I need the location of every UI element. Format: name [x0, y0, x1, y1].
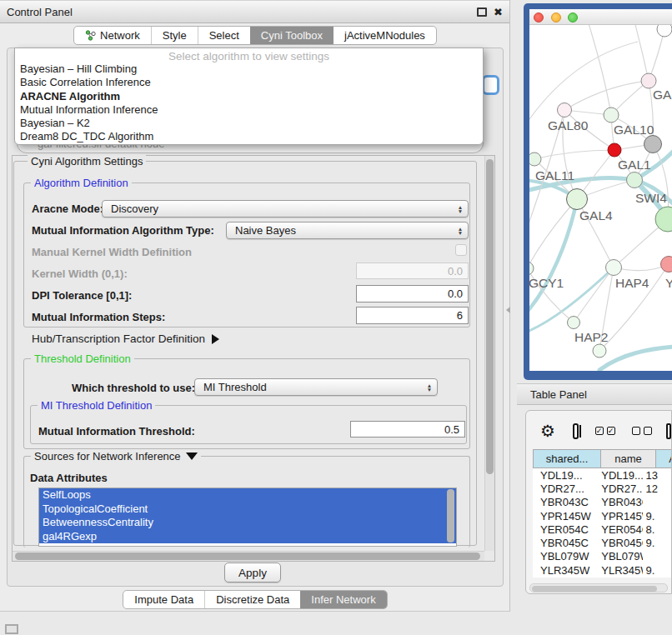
mi-steps-field[interactable]: 6	[356, 307, 469, 324]
which-threshold-combo[interactable]: MI Threshold ▲▼	[194, 378, 438, 396]
hub-definition-expander[interactable]: Hub/Transcription Factor Definition	[32, 332, 219, 345]
node-gal4[interactable]	[567, 189, 588, 210]
table-row[interactable]: YBL079WYBL079W	[533, 550, 672, 563]
table-row[interactable]: YBR045CYBR045C9.	[533, 536, 672, 549]
attributes-vscrollbar-thumb[interactable]	[447, 489, 454, 542]
tab-network[interactable]: Network	[74, 27, 151, 44]
node-label: HAP2	[574, 330, 609, 344]
resize-grip[interactable]	[5, 624, 18, 634]
kernel-width-label: Kernel Width (0,1):	[32, 268, 128, 280]
table-row[interactable]: YDR27...YDR27...12	[533, 482, 672, 495]
mi-algorithm-type-value: Naive Bayes	[227, 224, 453, 237]
new-table-icon[interactable]	[666, 423, 671, 439]
table-cell: YDR27...	[594, 482, 643, 495]
close-icon[interactable]: ✖	[494, 8, 503, 17]
column-header[interactable]: A	[656, 449, 672, 468]
node-gal10[interactable]	[604, 108, 619, 122]
table-row[interactable]: YPR145WYPR145W9.	[533, 509, 672, 522]
column-header[interactable]: shared...	[533, 449, 601, 468]
tab-discretize-data[interactable]: Discretize Data	[204, 591, 300, 608]
table-row[interactable]: YDL19...YDL19...13	[533, 468, 672, 482]
column-header[interactable]: name	[601, 449, 656, 468]
control-panel-tabstrip: NetworkStyleSelectCyni ToolboxjActiveMNo…	[73, 26, 437, 45]
node-hap2[interactable]	[568, 317, 580, 329]
table-hscrollbar-track[interactable]	[529, 583, 668, 592]
tab-label: Impute Data	[134, 593, 193, 606]
algorithm-option[interactable]: Bayesian – K2	[15, 117, 483, 130]
mi-algorithm-type-label: Mutual Information Algorithm Type:	[32, 224, 214, 237]
tab-cyni-toolbox[interactable]: Cyni Toolbox	[250, 27, 333, 44]
focused-spinner-remnant[interactable]	[482, 75, 499, 95]
algorithm-definition-title: Algorithm Definition	[31, 177, 132, 189]
attribute-item[interactable]: gal4RGexp	[39, 530, 456, 544]
algorithm-option[interactable]: Dream8 DC_TDC Algorithm	[15, 130, 483, 143]
table-row[interactable]: YLR345WYLR345W9.	[533, 563, 672, 577]
deselect-all-columns-icon[interactable]	[632, 427, 652, 435]
attribute-item[interactable]: BetweennessCentrality	[39, 516, 456, 530]
node-gal[interactable]	[641, 73, 656, 88]
settings-hscrollbar-thumb[interactable]	[15, 552, 480, 560]
table-row[interactable]: YER054CYER054C8.	[533, 522, 672, 536]
gear-icon[interactable]: ⚙	[540, 422, 555, 439]
algorithm-option[interactable]: Mutual Information Inference	[15, 103, 483, 117]
node-gal1[interactable]	[608, 143, 621, 157]
attribute-item[interactable]: SelfLoops	[39, 488, 456, 502]
mac-minimize-icon[interactable]	[551, 12, 561, 22]
split-columns-icon[interactable]	[573, 423, 579, 439]
table-cell: 13	[643, 469, 672, 482]
splitter-collapse-icon[interactable]	[506, 307, 510, 313]
tab-label: Cyni Toolbox	[261, 29, 323, 42]
settings-vscrollbar-thumb[interactable]	[486, 159, 494, 474]
mi-threshold-label: Mutual Information Threshold:	[38, 425, 195, 438]
table-panel: ⚙ ✓✓ shared...nameA YDL19...YDL19...13YD…	[525, 410, 672, 594]
network-canvas[interactable]: GALGAL80GAL10GAL1GAL11SWI4GAL4GCY1HAP4YH…	[529, 25, 672, 371]
attribute-item[interactable]: TopologicalCoefficient	[39, 502, 456, 517]
node-hap4[interactable]	[606, 260, 622, 276]
node-y[interactable]	[661, 257, 672, 272]
aracne-mode-combo[interactable]: Discovery ▲▼	[102, 200, 469, 218]
kernel-width-field[interactable]: 0.0	[356, 262, 469, 279]
algorithm-option[interactable]: Bayesian – Hill Climbing	[15, 62, 483, 76]
mac-zoom-icon[interactable]	[568, 12, 578, 22]
node-gcy1[interactable]	[529, 262, 534, 275]
table-cell: 9.	[643, 537, 672, 549]
control-panel-title: Control Panel	[7, 6, 73, 18]
table-row[interactable]: YBR043CYBR043C	[533, 496, 672, 509]
network-graph: GALGAL80GAL10GAL1GAL11SWI4GAL4GCY1HAP4YH…	[529, 25, 672, 371]
table-cell: YBR043C	[533, 496, 594, 508]
mi-algorithm-type-combo[interactable]: Naive Bayes ▲▼	[226, 222, 469, 239]
cyni-algorithm-settings-title: Cyni Algorithm Settings	[28, 155, 146, 168]
node-swi4[interactable]	[627, 172, 643, 188]
sources-group-title[interactable]: Sources for Network Inference	[31, 450, 201, 462]
table-row[interactable]: YIL052CYIL052C8	[533, 577, 672, 578]
mac-close-icon[interactable]	[534, 12, 544, 22]
dpi-tolerance-field[interactable]: 0.0	[356, 285, 469, 302]
mi-threshold-field[interactable]: 0.5	[350, 421, 465, 438]
tab-infer-network[interactable]: Infer Network	[300, 591, 386, 608]
node-gal80[interactable]	[558, 103, 572, 118]
tab-jactivemnodules[interactable]: jActiveMNodules	[333, 27, 436, 44]
data-attributes-list[interactable]: SelfLoopsTopologicalCoefficientBetweenne…	[38, 488, 457, 547]
network-icon	[85, 30, 96, 41]
float-window-icon[interactable]	[477, 8, 487, 17]
algorithm-option[interactable]: Basic Correlation Inference	[15, 76, 483, 89]
algorithm-combo-placeholder: Select algorithm to view settings	[15, 48, 483, 62]
table-body[interactable]: YDL19...YDL19...13YDR27...YDR27...12YBR0…	[533, 468, 672, 578]
cyni-bottom-tabstrip: Impute DataDiscretize DataInfer Network	[123, 590, 387, 609]
select-all-columns-icon[interactable]: ✓✓	[595, 427, 615, 435]
node-unlabeled[interactable]	[657, 25, 672, 37]
algorithm-option[interactable]: ARACNE Algorithm	[15, 90, 483, 103]
control-panel-window: Control Panel ✖ NetworkStyleSelectCyni T…	[0, 0, 510, 612]
mi-steps-label: Mutual Information Steps:	[32, 311, 165, 323]
node-unlabeled[interactable]	[644, 136, 662, 153]
tab-select[interactable]: Select	[198, 27, 250, 44]
tab-impute-data[interactable]: Impute Data	[123, 591, 204, 608]
manual-kernel-width-checkbox[interactable]	[455, 244, 467, 256]
apply-button[interactable]: Apply	[224, 562, 281, 582]
node-gal11[interactable]	[529, 152, 541, 166]
node-unlabeled[interactable]	[593, 344, 606, 358]
tab-style[interactable]: Style	[151, 27, 198, 44]
node-label: GAL	[653, 88, 672, 102]
combo-arrows-icon: ▲▼	[453, 227, 468, 235]
table-hscrollbar-thumb[interactable]	[532, 586, 657, 592]
